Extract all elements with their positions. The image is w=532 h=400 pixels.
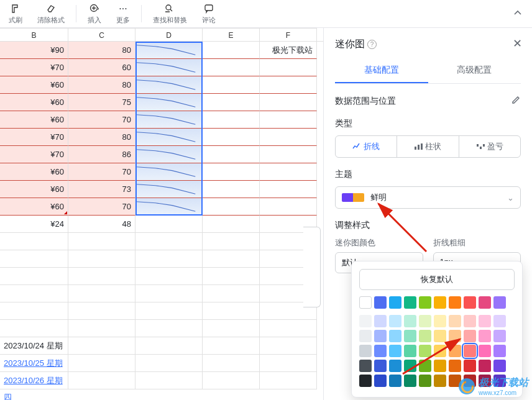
color-swatch[interactable] bbox=[389, 345, 401, 357]
color-swatch[interactable] bbox=[359, 360, 372, 372]
color-swatch[interactable] bbox=[434, 296, 446, 309]
cell-b[interactable]: ¥60 bbox=[0, 94, 68, 111]
cell-e[interactable] bbox=[203, 198, 260, 216]
sparkline-cell[interactable] bbox=[135, 42, 203, 59]
color-swatch[interactable] bbox=[434, 345, 446, 357]
cell-c[interactable]: 80 bbox=[68, 42, 135, 59]
color-swatch[interactable] bbox=[434, 315, 446, 327]
sparkline-cell[interactable] bbox=[135, 181, 203, 198]
table-row[interactable]: 2023/10/25 星期三 bbox=[0, 355, 323, 372]
color-swatch[interactable] bbox=[359, 315, 372, 327]
color-swatch[interactable] bbox=[404, 315, 416, 327]
cell-e[interactable] bbox=[203, 129, 260, 146]
color-swatch[interactable] bbox=[419, 296, 431, 309]
color-swatch[interactable] bbox=[464, 360, 476, 372]
cell-e[interactable] bbox=[203, 146, 260, 163]
color-swatch[interactable] bbox=[493, 315, 506, 327]
cell-c[interactable]: 70 bbox=[68, 198, 135, 216]
col-header-f[interactable]: F bbox=[260, 28, 317, 41]
cell-f[interactable]: 极光下载站 bbox=[260, 42, 317, 59]
spreadsheet[interactable]: B C D E F ¥9080极光下载站¥7060¥6080¥6075¥6070… bbox=[0, 28, 323, 400]
cell-f[interactable] bbox=[260, 163, 317, 181]
color-swatch[interactable] bbox=[479, 330, 491, 342]
sparkline-cell[interactable] bbox=[135, 129, 203, 146]
close-panel-button[interactable]: ✕ bbox=[513, 37, 522, 50]
color-swatch[interactable] bbox=[389, 330, 401, 342]
table-row[interactable]: ¥6073 bbox=[0, 181, 323, 198]
table-row[interactable] bbox=[0, 268, 323, 285]
type-winloss-button[interactable]: 盈亏 bbox=[459, 136, 520, 157]
clear-format-button[interactable]: 清除格式 bbox=[34, 2, 68, 26]
cell-b[interactable]: ¥60 bbox=[0, 111, 68, 129]
cell-c[interactable]: 80 bbox=[68, 76, 135, 94]
color-swatch[interactable] bbox=[374, 375, 387, 387]
color-swatch[interactable] bbox=[493, 345, 506, 357]
color-swatch[interactable] bbox=[464, 315, 476, 327]
table-row[interactable] bbox=[0, 285, 323, 302]
table-row[interactable]: ¥6075 bbox=[0, 94, 323, 111]
color-swatch[interactable] bbox=[479, 360, 491, 372]
cell-b[interactable]: ¥90 bbox=[0, 42, 68, 59]
color-swatch[interactable] bbox=[374, 315, 387, 327]
color-swatch[interactable] bbox=[464, 296, 476, 309]
color-swatch[interactable] bbox=[493, 296, 506, 309]
color-swatch[interactable] bbox=[493, 360, 506, 372]
color-swatch[interactable] bbox=[404, 330, 416, 342]
color-swatch[interactable] bbox=[434, 375, 446, 387]
date-cell[interactable]: 2023/10/26 星期四 bbox=[0, 372, 68, 389]
cell-c[interactable]: 70 bbox=[68, 163, 135, 181]
table-row[interactable]: ¥7060 bbox=[0, 59, 323, 76]
color-swatch[interactable] bbox=[389, 315, 401, 327]
cell-e[interactable] bbox=[203, 216, 260, 233]
table-row[interactable]: ¥9080极光下载站 bbox=[0, 42, 323, 59]
cell-e[interactable] bbox=[203, 76, 260, 94]
color-swatch[interactable] bbox=[404, 296, 416, 309]
cell-e[interactable] bbox=[203, 59, 260, 76]
cell-e[interactable] bbox=[203, 111, 260, 129]
cell-f[interactable] bbox=[260, 181, 317, 198]
collapse-toolbar-button[interactable] bbox=[508, 6, 527, 22]
cell-b[interactable]: ¥60 bbox=[0, 181, 68, 198]
color-swatch[interactable] bbox=[374, 360, 387, 372]
color-swatch[interactable] bbox=[434, 330, 446, 342]
color-swatch[interactable] bbox=[419, 345, 431, 357]
cell-f[interactable] bbox=[260, 111, 317, 129]
date-cell[interactable]: 2023/10/25 星期三 bbox=[0, 355, 68, 372]
color-swatch[interactable] bbox=[449, 330, 461, 342]
color-swatch[interactable] bbox=[449, 296, 461, 309]
table-row[interactable] bbox=[0, 250, 323, 268]
sparkline-cell[interactable] bbox=[135, 59, 203, 76]
color-swatch[interactable] bbox=[389, 360, 401, 372]
color-swatch[interactable] bbox=[419, 330, 431, 342]
color-swatch[interactable] bbox=[479, 296, 491, 309]
col-header-d[interactable]: D bbox=[135, 28, 203, 41]
color-swatch[interactable] bbox=[359, 375, 372, 387]
col-header-c[interactable]: C bbox=[68, 28, 135, 41]
sparkline-cell[interactable] bbox=[135, 111, 203, 129]
color-swatch[interactable] bbox=[404, 375, 416, 387]
color-swatch[interactable] bbox=[419, 375, 431, 387]
color-swatch[interactable] bbox=[449, 315, 461, 327]
color-swatch[interactable] bbox=[434, 360, 446, 372]
cell-c[interactable]: 70 bbox=[68, 111, 135, 129]
table-row[interactable] bbox=[0, 233, 323, 250]
cell-c[interactable]: 80 bbox=[68, 129, 135, 146]
color-swatch[interactable] bbox=[359, 330, 372, 342]
cell-f[interactable] bbox=[260, 146, 317, 163]
date-cell[interactable]: 2023/10/24 星期二 bbox=[0, 337, 68, 355]
table-row[interactable]: ¥6080 bbox=[0, 76, 323, 94]
color-swatch[interactable] bbox=[493, 330, 506, 342]
cell-c[interactable]: 86 bbox=[68, 146, 135, 163]
more-button[interactable]: ··· 更多 bbox=[112, 2, 134, 26]
theme-dropdown[interactable]: 鲜明 ⌄ bbox=[335, 186, 521, 209]
floating-widget[interactable] bbox=[303, 227, 321, 307]
cell-b[interactable]: ¥24 bbox=[0, 216, 68, 233]
table-row[interactable]: ¥6070 bbox=[0, 198, 323, 216]
cell-c[interactable]: 48 bbox=[68, 216, 135, 233]
table-row[interactable]: 2023/10/26 星期四 bbox=[0, 372, 323, 389]
table-row[interactable]: ¥6070 bbox=[0, 163, 323, 181]
tab-basic[interactable]: 基础配置 bbox=[335, 58, 428, 83]
color-swatch[interactable] bbox=[359, 296, 372, 309]
cell-e[interactable] bbox=[203, 42, 260, 59]
type-bar-button[interactable]: 柱状 bbox=[397, 136, 459, 157]
